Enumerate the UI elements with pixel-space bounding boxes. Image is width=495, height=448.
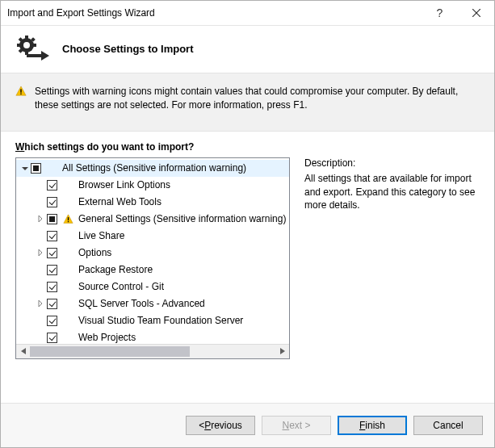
tree-item[interactable]: Web Projects: [16, 329, 289, 344]
warning-icon: [62, 214, 73, 224]
tree-item-label: Visual Studio Team Foundation Server: [77, 315, 245, 326]
checkbox[interactable]: [31, 163, 41, 174]
tree-item[interactable]: Package Restore: [16, 262, 289, 278]
svg-marker-12: [41, 51, 49, 61]
checkbox[interactable]: [47, 180, 57, 191]
checkbox[interactable]: [47, 299, 57, 309]
tree-item-label: SQL Server Tools - Advanced: [77, 298, 207, 309]
scroll-track[interactable]: [30, 345, 275, 358]
svg-rect-14: [20, 89, 21, 92]
next-button: Next >: [262, 416, 331, 435]
scroll-thumb[interactable]: [30, 346, 190, 357]
checkbox[interactable]: [47, 316, 57, 326]
svg-rect-31: [67, 221, 68, 222]
tree-item-label: Options: [77, 247, 113, 258]
close-button[interactable]: [458, 2, 494, 25]
wizard-footer: < Previous Next > Finish Cancel: [1, 403, 494, 447]
tree-item[interactable]: Visual Studio Team Foundation Server: [16, 312, 289, 329]
warning-banner: Settings with warning icons might contai…: [1, 73, 494, 132]
tree-item[interactable]: External Web Tools: [16, 194, 289, 211]
tree-item-label: External Web Tools: [77, 196, 163, 207]
tree-item[interactable]: Live Share: [16, 228, 289, 245]
checkbox[interactable]: [47, 214, 57, 224]
svg-point-10: [23, 42, 30, 48]
horizontal-scrollbar[interactable]: [16, 344, 289, 358]
help-button[interactable]: ?: [422, 2, 458, 25]
svg-marker-48: [39, 300, 42, 307]
tree-item[interactable]: All Settings (Sensitive information warn…: [16, 160, 289, 177]
tree-item[interactable]: Options: [16, 245, 289, 262]
tree-item[interactable]: General Settings (Sensitive information …: [16, 211, 289, 228]
tree-item-label: Source Control - Git: [77, 281, 166, 292]
svg-marker-61: [280, 348, 285, 354]
tree-item[interactable]: Source Control - Git: [16, 278, 289, 295]
checkbox[interactable]: [47, 248, 57, 258]
checkbox[interactable]: [47, 265, 57, 275]
svg-rect-11: [27, 54, 43, 57]
svg-rect-5: [17, 44, 21, 47]
expand-icon[interactable]: [36, 216, 47, 222]
description-heading: Description:: [304, 157, 480, 169]
svg-rect-15: [20, 94, 21, 94]
checkbox[interactable]: [47, 282, 57, 292]
previous-button[interactable]: < Previous: [186, 416, 255, 435]
cancel-button[interactable]: Cancel: [413, 416, 483, 435]
tree-item[interactable]: Browser Link Options: [16, 177, 289, 194]
svg-marker-60: [21, 348, 26, 354]
wizard-header: Choose Settings to Import: [1, 26, 494, 73]
tree-item-label: Web Projects: [77, 332, 137, 343]
close-icon: [472, 9, 480, 17]
checkbox[interactable]: [47, 231, 57, 241]
prompt-label: Which settings do you want to import?: [15, 141, 480, 153]
collapse-icon[interactable]: [19, 165, 31, 171]
scroll-right-button[interactable]: [275, 345, 289, 358]
gear-arrow-icon: [15, 36, 51, 61]
expand-icon[interactable]: [36, 249, 47, 256]
warning-icon: [15, 86, 27, 97]
wizard-window: Import and Export Settings Wizard ?: [0, 0, 495, 448]
tree-item-label: Browser Link Options: [77, 179, 172, 191]
checkbox[interactable]: [47, 197, 57, 207]
finish-button[interactable]: Finish: [338, 416, 407, 435]
description-body: All settings that are available for impo…: [304, 172, 480, 212]
svg-rect-3: [25, 36, 28, 40]
tree-item-label: All Settings (Sensitive information warn…: [61, 162, 248, 174]
tree-item-label: Package Restore: [77, 264, 154, 275]
page-heading: Choose Settings to Import: [62, 43, 194, 55]
svg-marker-28: [39, 216, 42, 222]
settings-tree[interactable]: All Settings (Sensitive information warn…: [15, 157, 290, 359]
svg-rect-6: [32, 44, 36, 47]
description-pane: Description: All settings that are avail…: [304, 157, 480, 359]
tree-item[interactable]: SQL Server Tools - Advanced: [16, 295, 289, 312]
svg-rect-30: [67, 217, 68, 220]
svg-marker-36: [39, 249, 42, 256]
checkbox[interactable]: [47, 333, 57, 343]
tree-item-label: Live Share: [77, 230, 126, 241]
tree-item-label: General Settings (Sensitive information …: [77, 213, 287, 224]
warning-text: Settings with warning icons might contai…: [35, 85, 480, 113]
titlebar: Import and Export Settings Wizard ?: [1, 1, 494, 26]
window-title: Import and Export Settings Wizard: [7, 7, 422, 19]
content-area: Which settings do you want to import? Al…: [1, 132, 494, 403]
svg-marker-16: [22, 167, 28, 170]
expand-icon[interactable]: [36, 300, 47, 307]
scroll-left-button[interactable]: [16, 345, 30, 358]
